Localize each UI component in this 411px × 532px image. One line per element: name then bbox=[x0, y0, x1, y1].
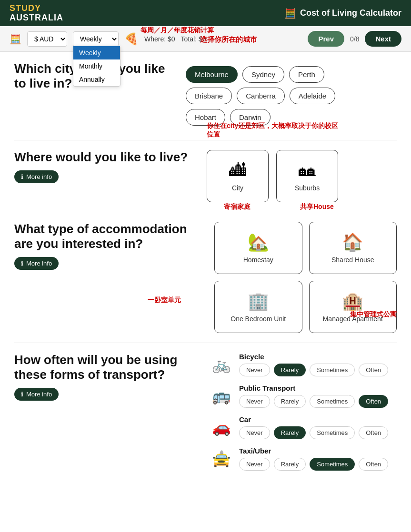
taxi-often-btn[interactable]: Often bbox=[359, 458, 388, 471]
homestay-label: Homestay bbox=[243, 256, 273, 264]
bicycle-often-btn[interactable]: Often bbox=[359, 364, 388, 376]
car-never-btn[interactable]: Never bbox=[239, 426, 270, 439]
live-left: Where would you like to live? ℹ More inf… bbox=[14, 150, 188, 183]
app-header: STUDY AUSTRALIA 🧮 Cost of Living Calcula… bbox=[0, 0, 411, 26]
prev-button[interactable]: Prev bbox=[308, 31, 344, 47]
transport-question: How often will you be using these forms … bbox=[14, 353, 195, 382]
city-buttons: Melbourne Sydney Perth Brisbane Canberra… bbox=[186, 66, 367, 126]
car-info: Car Never Rarely Sometimes Often bbox=[239, 415, 397, 439]
accom-cards-wrapper: 寄宿家庭 共享House 集中管理式公寓 🏡 Homestay 🏠 Shared… bbox=[214, 222, 397, 333]
public-transport-freq-buttons: Never Rarely Sometimes Often bbox=[239, 395, 397, 408]
accom-info-icon: ℹ bbox=[21, 260, 23, 267]
annotation-homestay: 寄宿家庭 bbox=[224, 203, 251, 211]
shared-house-label: Shared House bbox=[331, 256, 374, 264]
transport-row-taxi: 🚖 Taxi/Uber Never Rarely Sometimes Often bbox=[210, 447, 397, 471]
annotation-city-suburb: 你住在city还是郊区，大概率取决于你的校区位置 bbox=[207, 121, 340, 138]
divider-1 bbox=[14, 140, 397, 140]
taxi-never-btn[interactable]: Never bbox=[239, 458, 270, 471]
public-never-btn[interactable]: Never bbox=[239, 395, 270, 408]
car-often-btn[interactable]: Often bbox=[359, 426, 388, 439]
city-btn-canberra[interactable]: Canberra bbox=[237, 88, 285, 104]
next-button[interactable]: Next bbox=[365, 31, 401, 47]
car-rarely-btn[interactable]: Rarely bbox=[274, 426, 306, 439]
logo: STUDY AUSTRALIA bbox=[10, 4, 63, 23]
city-btn-sydney[interactable]: Sydney bbox=[242, 66, 284, 83]
car-label: Car bbox=[239, 415, 397, 424]
logo-study: STUDY bbox=[10, 4, 63, 13]
transport-row-car: 🚗 Car Never Rarely Sometimes Often bbox=[210, 415, 397, 439]
suburbs-building-icon: 🏘 bbox=[299, 160, 316, 180]
header-title-text: Cost of Living Calculator bbox=[300, 8, 401, 18]
option-card-shared-house[interactable]: 🏠 Shared House bbox=[309, 222, 397, 274]
public-often-btn[interactable]: Often bbox=[359, 395, 388, 408]
logo-australia: AUSTRALIA bbox=[10, 13, 63, 23]
accom-more-info-button[interactable]: ℹ More info bbox=[14, 257, 59, 270]
public-transport-label: Public Transport bbox=[239, 384, 397, 392]
live-option-cards: 🏙 City 🏘 Suburbs bbox=[207, 150, 397, 202]
car-sometimes-btn[interactable]: Sometimes bbox=[310, 426, 355, 439]
bicycle-rarely-btn[interactable]: Rarely bbox=[274, 364, 306, 376]
city-btn-adelaide[interactable]: Adelaide bbox=[290, 88, 335, 104]
period-option-annually[interactable]: Annually bbox=[73, 73, 120, 86]
taxi-sometimes-btn[interactable]: Sometimes bbox=[310, 458, 355, 471]
annotation-shared-house: 共享House bbox=[300, 203, 334, 211]
currency-select[interactable]: $ AUD bbox=[27, 31, 67, 47]
taxi-label: Taxi/Uber bbox=[239, 447, 397, 455]
city-building-icon: 🏙 bbox=[229, 160, 246, 180]
period-select[interactable]: Weekly Monthly Annually bbox=[73, 31, 119, 47]
annotation-weekly: 每周／月／年度花销计算 bbox=[140, 26, 214, 35]
transport-left: How often will you be using these forms … bbox=[14, 353, 195, 401]
live-options-wrapper: 你住在city还是郊区，大概率取决于你的校区位置 🏙 City 🏘 Suburb… bbox=[207, 150, 397, 202]
option-card-homestay[interactable]: 🏡 Homestay bbox=[214, 222, 302, 274]
live-more-info-button[interactable]: ℹ More info bbox=[14, 170, 59, 183]
car-freq-buttons: Never Rarely Sometimes Often bbox=[239, 426, 397, 439]
period-dropdown-wrapper: Weekly Monthly Annually Weekly Monthly A… bbox=[73, 31, 119, 47]
where-cost: Where: $0 bbox=[144, 35, 175, 43]
bicycle-sometimes-btn[interactable]: Sometimes bbox=[310, 364, 355, 376]
period-dropdown-menu: Weekly Monthly Annually bbox=[73, 46, 120, 87]
bicycle-icon: 🚲 bbox=[210, 355, 233, 374]
car-icon: 🚗 bbox=[210, 418, 233, 436]
city-btn-perth[interactable]: Perth bbox=[289, 66, 324, 83]
page-indicator: 0/8 bbox=[350, 35, 359, 43]
taxi-icon: 🚖 bbox=[210, 450, 233, 468]
annotation-select-city: 选择你所在的城市 bbox=[200, 35, 257, 44]
accom-question: What type of accommodation are you inter… bbox=[14, 222, 195, 251]
bus-icon: 🚌 bbox=[210, 387, 233, 405]
option-card-managed-apt[interactable]: 🏨 Managed Apartment bbox=[309, 281, 397, 333]
period-option-monthly[interactable]: Monthly bbox=[73, 59, 120, 73]
period-option-weekly[interactable]: Weekly bbox=[73, 46, 120, 59]
bicycle-never-btn[interactable]: Never bbox=[239, 364, 270, 376]
divider-3 bbox=[14, 343, 397, 343]
taxi-rarely-btn[interactable]: Rarely bbox=[274, 458, 306, 471]
transport-row-bicycle: 🚲 Bicycle Never Rarely Sometimes Often bbox=[210, 353, 397, 376]
bicycle-label: Bicycle bbox=[239, 353, 397, 361]
suburbs-card-label: Suburbs bbox=[295, 184, 320, 192]
public-transport-info: Public Transport Never Rarely Sometimes … bbox=[239, 384, 397, 408]
city-btn-brisbane[interactable]: Brisbane bbox=[186, 88, 232, 104]
public-rarely-btn[interactable]: Rarely bbox=[274, 395, 306, 408]
accom-left: What type of accommodation are you inter… bbox=[14, 222, 195, 270]
option-card-one-bedroom[interactable]: 🏢 One Bedroom Unit bbox=[214, 281, 302, 333]
option-card-suburbs[interactable]: 🏘 Suburbs bbox=[276, 150, 338, 202]
info-icon: ℹ bbox=[21, 173, 23, 180]
live-section: Where would you like to live? ℹ More inf… bbox=[14, 150, 397, 202]
calculator-icon: 🧮 bbox=[284, 8, 296, 19]
live-question: Where would you like to live? bbox=[14, 150, 188, 165]
homestay-icon: 🏡 bbox=[248, 232, 269, 252]
header-title: 🧮 Cost of Living Calculator bbox=[284, 8, 401, 19]
city-card-label: City bbox=[232, 184, 243, 192]
bicycle-info: Bicycle Never Rarely Sometimes Often bbox=[239, 353, 397, 376]
annotation-managed-apt: 集中管理式公寓 bbox=[350, 310, 397, 319]
public-sometimes-btn[interactable]: Sometimes bbox=[310, 395, 355, 408]
city-section: Which city would you like to live in? 选择… bbox=[14, 61, 397, 126]
option-card-city[interactable]: 🏙 City bbox=[207, 150, 269, 202]
transport-section: How often will you be using these forms … bbox=[14, 353, 397, 478]
transport-more-info-button[interactable]: ℹ More info bbox=[14, 388, 59, 401]
transport-row-public: 🚌 Public Transport Never Rarely Sometime… bbox=[210, 384, 397, 408]
annotation-one-bedroom: 一卧室单元 bbox=[148, 296, 181, 305]
transport-rows: 🚲 Bicycle Never Rarely Sometimes Often 🚌… bbox=[210, 353, 397, 478]
city-btn-melbourne[interactable]: Melbourne bbox=[186, 66, 238, 83]
accom-section: What type of accommodation are you inter… bbox=[14, 222, 397, 333]
shared-house-icon: 🏠 bbox=[342, 232, 363, 252]
